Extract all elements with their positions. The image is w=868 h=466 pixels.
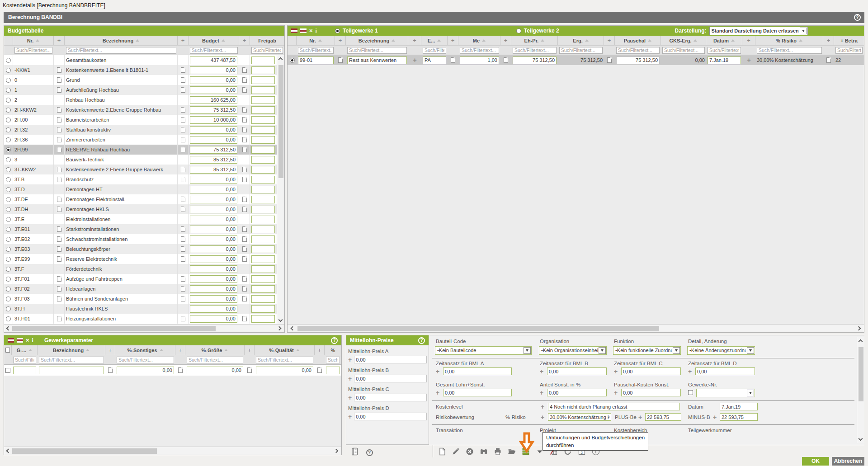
row-freigabe-input[interactable] [251,126,275,134]
column-header-bezeichnung[interactable]: Bezeichnung [65,36,178,45]
document-icon[interactable] [57,296,61,301]
help-icon[interactable] [364,447,375,457]
anteil-sonst-input[interactable] [547,389,607,396]
row-freigabe-input[interactable] [251,226,275,233]
row-datum-input[interactable] [708,56,741,64]
row-budget-input[interactable] [190,86,237,94]
row-radio[interactable] [6,187,11,192]
document-icon[interactable] [242,197,247,202]
column-header-rest[interactable]: % [325,345,341,355]
row-freigabe-input[interactable] [251,216,275,223]
document-icon[interactable] [181,246,185,252]
chevron-down-icon[interactable] [599,347,606,354]
teilgewerke-row[interactable]: 75 312,50 0,00 30,00% Kostenschätzung 22 [288,55,864,65]
column-header-gks-erg[interactable]: GKS-Erg. [661,36,706,45]
document-icon[interactable] [57,316,61,321]
column-header-bezeichnung[interactable]: Bezeichnung [346,36,408,45]
row-budget-input[interactable] [190,206,237,213]
row-freigabe-input[interactable] [251,196,275,203]
scrollbar-thumb[interactable] [297,326,659,331]
budget-row[interactable]: 2Rohbau Hochbau [4,95,284,105]
row-radio[interactable] [6,147,11,152]
datum-input[interactable] [720,403,758,410]
document-icon[interactable] [242,127,247,132]
plus-icon[interactable] [638,414,642,421]
row-budget-input[interactable] [190,196,237,203]
row-radio[interactable] [6,88,11,93]
row-groesse-input[interactable] [187,367,243,374]
row-radio[interactable] [6,316,11,321]
row-radio[interactable] [6,306,11,311]
budget-row[interactable]: 3T.DEDemonatgen Elektroinstall. [4,194,284,204]
filter-input[interactable] [513,47,557,54]
budget-row[interactable]: 2H-KKW2Kostenkennwerte 2.Ebene Gruppe Ro… [4,105,284,115]
document-icon[interactable] [242,296,247,301]
budget-row[interactable]: 2H.36Zimmererarbeiten [4,135,284,145]
row-freigabe-input[interactable] [251,245,275,253]
document-icon[interactable] [181,107,185,113]
plus-icon[interactable] [436,368,439,375]
row-budget-input[interactable] [190,265,237,273]
row-budget-input[interactable] [190,186,237,193]
row-radio[interactable] [6,207,11,212]
scrollbar-thumb[interactable] [12,326,216,331]
filter-input[interactable] [298,47,334,54]
row-menge-input[interactable] [460,56,499,64]
row-radio[interactable] [6,197,11,202]
row-freigabe-input[interactable] [251,206,275,213]
document-icon[interactable] [57,177,61,182]
add-column-button[interactable] [448,36,458,45]
document-icon[interactable] [57,127,61,132]
filter-nr-input[interactable] [14,47,52,54]
budget-row[interactable]: 3T.F02Hebeanlagen [4,284,284,294]
add-column-button[interactable] [54,36,65,45]
budget-row[interactable]: 3T-KKW2Kostenkennwerte 2.Ebene Gruppe Ba… [4,165,284,174]
row-bezeichnung-input[interactable] [39,367,104,374]
document-icon[interactable] [242,67,247,73]
plus-icon[interactable] [348,375,352,382]
plus-icon[interactable] [348,413,352,420]
chevron-down-icon[interactable] [524,347,531,354]
row-freigabe-input[interactable] [251,96,275,104]
gewerke-nr-dropdown[interactable] [696,389,755,397]
document-icon[interactable] [57,226,61,232]
row-radio[interactable] [6,227,11,232]
document-icon[interactable] [338,57,343,63]
row-budget-input[interactable] [190,245,237,253]
row-budget-input[interactable] [190,176,237,184]
plus-icon[interactable] [541,414,544,421]
document-icon[interactable] [247,367,252,373]
document-icon[interactable] [181,77,185,83]
row-budget-input[interactable] [190,156,237,164]
bml-d-input[interactable] [695,367,755,375]
print-icon[interactable] [492,447,503,457]
document-icon[interactable] [242,286,247,292]
risikobewertung-input[interactable] [548,413,611,421]
row-pauschal-input[interactable] [616,56,660,64]
budget-row[interactable]: 3T.E03Beleuchtungskörper [4,244,284,254]
search-icon[interactable] [478,447,489,457]
row-budget-input[interactable] [190,216,237,223]
filter-budget-input[interactable] [190,47,238,54]
row-budget-input[interactable] [190,315,237,323]
column-header-datum[interactable]: Datum [706,36,742,45]
document-icon[interactable] [57,167,61,172]
row-freigabe-input[interactable] [251,166,275,174]
gewerke-horizontal-scrollbar[interactable] [4,447,341,455]
chevron-down-icon[interactable] [747,390,754,396]
column-header-nr[interactable]: Nr. [13,36,54,45]
document-icon[interactable] [108,367,113,373]
mittellohn-d-input[interactable] [354,413,427,420]
document-icon[interactable] [242,167,247,172]
row-eh-pr-input[interactable] [513,56,557,64]
plus-icon[interactable] [408,55,421,65]
scroll-up-icon[interactable] [859,339,863,344]
document-icon[interactable] [242,226,247,232]
flag-icon[interactable] [300,28,307,33]
bml-c-input[interactable] [621,367,681,375]
document-icon[interactable] [57,137,61,142]
row-freigabe-input[interactable] [251,116,275,124]
budget-row[interactable]: 0Grund [4,75,284,85]
ok-button[interactable]: OK [802,457,829,466]
document-icon[interactable] [57,87,61,93]
